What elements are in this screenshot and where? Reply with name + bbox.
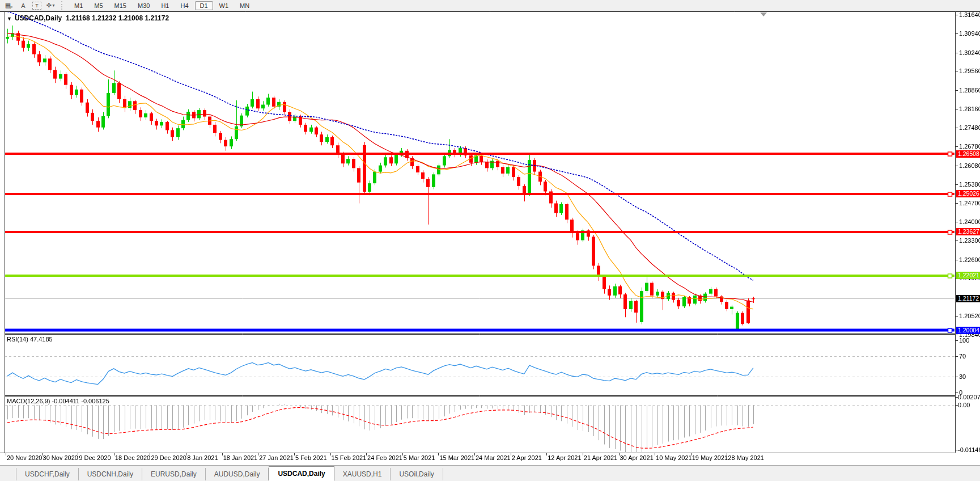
chart-tab-usdcnh[interactable]: USDCNH,Daily	[79, 468, 142, 480]
chart-tab-usdchf[interactable]: USDCHF,Daily	[16, 468, 79, 480]
chart-tab-xauusd[interactable]: XAUUSD,H1	[334, 468, 391, 480]
chart-tab-audusd[interactable]: AUDUSD,Daily	[206, 468, 269, 480]
chart-tab-usoil[interactable]: USOil,Daily	[391, 468, 443, 480]
chart-tab-usdcad[interactable]: USDCAD,Daily	[269, 466, 334, 481]
chart-canvas[interactable]	[0, 0, 980, 481]
chart-tab-eurusd[interactable]: EURUSD,Daily	[142, 468, 206, 480]
mt4-window: ▦ F A T ✜ ▾ M1M5M15M30H1H4D1W1MN ▼USDCAD…	[0, 0, 980, 481]
chart-tab-bar: USDCHF,DailyUSDCNH,DailyEURUSD,DailyAUDU…	[0, 465, 980, 481]
